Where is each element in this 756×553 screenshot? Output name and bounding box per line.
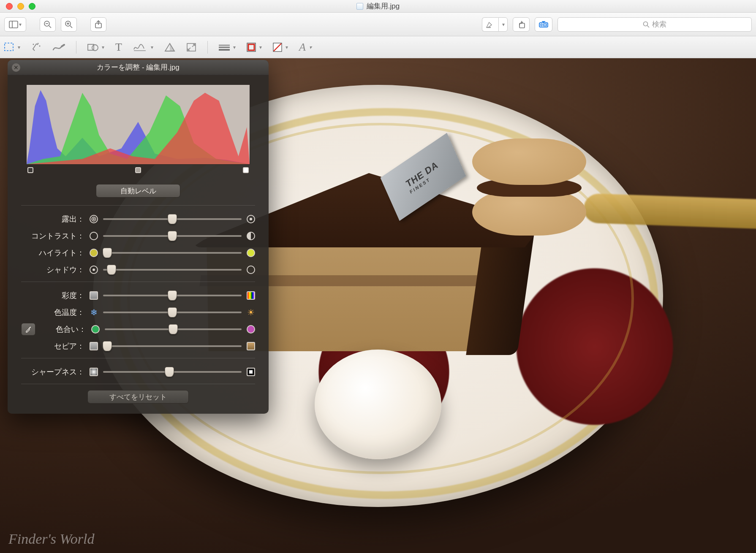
shadows-row: シャドウ： [21, 261, 255, 278]
highlight-dropdown-button[interactable]: ▾ [498, 17, 508, 32]
auto-levels-button[interactable]: 自動レベル [96, 184, 180, 198]
panel-titlebar[interactable]: ✕ カラーを調整 - 編集用.jpg [8, 60, 269, 75]
reset-all-button[interactable]: すべてをリセット [87, 390, 189, 404]
eyedropper-button[interactable] [21, 323, 35, 336]
chevron-down-icon: ▾ [502, 22, 505, 27]
svg-rect-12 [519, 23, 525, 28]
shadows-min-icon [90, 266, 98, 274]
image-canvas[interactable]: THE DAFINEST Finder's World ✕ カラーを調整 - 編… [0, 58, 756, 553]
exposure-slider[interactable] [103, 215, 242, 223]
highlights-min-icon [90, 249, 98, 257]
levels-black-handle[interactable] [26, 168, 35, 176]
highlights-row: ハイライト： [21, 244, 255, 261]
window-titlebar: 編集用.jpg [0, 0, 756, 13]
window-title: 編集用.jpg [0, 1, 756, 11]
toolbar-divider [207, 41, 208, 54]
contrast-label: コントラスト： [21, 231, 84, 241]
exposure-label: 露出： [21, 214, 84, 224]
shadows-label: シャドウ： [21, 265, 84, 275]
svg-point-16 [644, 22, 648, 26]
temperature-warm-icon: ☀ [247, 308, 255, 317]
search-field[interactable]: 検索 [557, 17, 752, 32]
saturation-row: 彩度： [21, 287, 255, 304]
sepia-row: セピア： [21, 338, 255, 355]
shadows-slider[interactable] [103, 266, 242, 274]
tint-green-icon [91, 325, 100, 333]
chevron-down-icon: ▾ [18, 44, 20, 50]
aperture-max-icon [247, 215, 255, 223]
temperature-label: 色温度： [21, 307, 84, 317]
svg-rect-0 [9, 21, 18, 28]
svg-rect-15 [544, 24, 547, 26]
contrast-row: コントラスト： [21, 228, 255, 244]
sharpness-label: シャープネス： [21, 367, 84, 377]
sketch-tool-button[interactable] [52, 43, 65, 52]
highlight-button[interactable] [482, 17, 498, 32]
font-style-button[interactable]: A▾ [299, 41, 312, 54]
tint-slider[interactable] [105, 325, 242, 333]
adjust-color-panel: ✕ カラーを調整 - 編集用.jpg 自動レベル 露出： [8, 60, 269, 414]
temperature-slider[interactable] [103, 308, 242, 317]
text-tool-button[interactable]: T [115, 41, 122, 54]
sign-tool-button[interactable]: ▾ [133, 43, 153, 52]
sepia-min-icon [90, 342, 98, 350]
watermark-text: Finder's World [8, 531, 94, 547]
svg-rect-32 [248, 44, 254, 50]
svg-point-21 [39, 45, 41, 46]
contrast-min-icon [90, 232, 98, 240]
minimize-window-button[interactable] [17, 3, 24, 10]
svg-rect-18 [5, 43, 13, 51]
shapes-tool-button[interactable]: ▾ [87, 43, 104, 52]
sepia-slider[interactable] [103, 342, 242, 350]
adjust-size-button[interactable] [186, 43, 196, 52]
sidebar-toggle-button[interactable]: ▾ [4, 17, 26, 32]
histogram [26, 84, 250, 165]
toolbar-divider [76, 41, 76, 54]
panel-title: カラーを調整 - 編集用.jpg [8, 62, 269, 72]
svg-line-6 [70, 26, 72, 28]
svg-line-17 [647, 25, 650, 27]
tint-magenta-icon [247, 325, 255, 333]
maximize-window-button[interactable] [29, 3, 35, 10]
shadows-max-icon [247, 266, 255, 274]
saturation-slider[interactable] [103, 291, 242, 300]
highlights-max-icon [247, 249, 255, 257]
levels-handles [26, 168, 250, 176]
chevron-down-icon: ▾ [259, 44, 262, 50]
saturation-label: 彩度： [21, 290, 84, 301]
share-button[interactable] [90, 17, 106, 32]
traffic-lights [0, 3, 35, 10]
markup-toolbar: ▾ ▾ T ▾ ▾ ▾ ▾ A▾ [0, 36, 756, 58]
panel-close-button[interactable]: ✕ [12, 63, 20, 72]
tint-label: 色合い： [39, 324, 86, 334]
adjust-color-button[interactable] [164, 43, 175, 52]
fill-color-button[interactable]: ▾ [273, 43, 288, 52]
zoom-in-button[interactable] [61, 17, 77, 32]
saturation-min-icon [90, 291, 98, 300]
chevron-down-icon: ▾ [309, 44, 312, 50]
sepia-max-icon [247, 342, 255, 350]
zoom-out-button[interactable] [40, 17, 56, 32]
levels-mid-handle[interactable] [134, 168, 142, 176]
selection-tool-button[interactable]: ▾ [4, 43, 20, 52]
instant-alpha-button[interactable] [31, 42, 41, 52]
highlights-label: ハイライト： [21, 248, 84, 258]
svg-line-3 [49, 26, 51, 28]
document-icon [356, 3, 363, 10]
temperature-cold-icon: ❄ [90, 308, 98, 317]
aperture-min-icon [90, 215, 98, 223]
markup-toggle-button[interactable] [535, 17, 552, 32]
sharpness-max-icon [247, 368, 255, 376]
contrast-slider[interactable] [103, 232, 242, 240]
border-style-button[interactable]: ▾ [219, 44, 236, 51]
main-toolbar: ▾ ▾ 検索 [0, 13, 756, 36]
rotate-button[interactable] [513, 17, 530, 32]
sharpness-slider[interactable] [103, 368, 242, 376]
border-color-button[interactable]: ▾ [247, 43, 262, 52]
search-icon [643, 21, 650, 28]
highlights-slider[interactable] [103, 249, 242, 257]
svg-point-14 [541, 24, 542, 26]
levels-white-handle[interactable] [242, 168, 250, 176]
close-window-button[interactable] [6, 3, 13, 10]
sharpness-row: シャープネス： [21, 363, 255, 380]
